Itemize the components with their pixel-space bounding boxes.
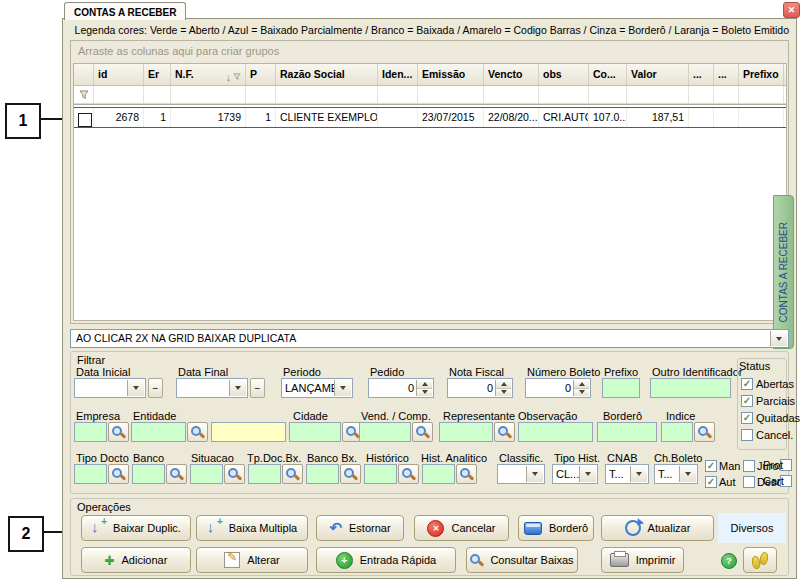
banco-search-button[interactable] xyxy=(166,464,187,484)
data-inicial-clear-button[interactable]: − xyxy=(148,378,163,398)
flag-man-checkbox[interactable] xyxy=(705,460,717,472)
filter-cell-obs[interactable] xyxy=(539,86,589,103)
group-by-hint[interactable]: Arraste as colunas aqui para criar grupo… xyxy=(78,45,279,57)
outro-identificador-input[interactable] xyxy=(650,378,731,398)
observacao-input[interactable] xyxy=(518,422,593,442)
hist-analitico-input[interactable] xyxy=(422,464,455,484)
bordero-button[interactable]: Borderô xyxy=(518,515,594,541)
data-final-dropdown-icon[interactable] xyxy=(229,380,246,396)
filter-cell-p[interactable] xyxy=(246,86,276,103)
filter-cell-valor[interactable] xyxy=(627,86,689,103)
column-header-prefixo[interactable]: Prefixo xyxy=(739,64,784,85)
cancelar-button[interactable]: ✕ Cancelar xyxy=(414,515,509,541)
atualizar-button[interactable]: Atualizar xyxy=(601,515,714,541)
historico-search-button[interactable] xyxy=(398,464,419,484)
banco-bx-input[interactable] xyxy=(306,464,339,484)
spin-down-icon[interactable] xyxy=(417,389,432,397)
empresa-search-button[interactable] xyxy=(108,422,129,442)
classific-select[interactable] xyxy=(497,464,545,484)
entidade-search-button[interactable] xyxy=(187,422,208,442)
adicionar-button[interactable]: + Adicionar xyxy=(81,547,191,573)
spin-up-icon[interactable] xyxy=(574,380,589,389)
filter-cell-vencto[interactable] xyxy=(484,86,539,103)
flag-aut-checkbox[interactable] xyxy=(705,476,717,488)
periodo-dropdown-icon[interactable] xyxy=(334,380,351,396)
tipo-docto-search-button[interactable] xyxy=(108,464,129,484)
tipo-hist-select[interactable]: CL... xyxy=(552,464,598,484)
chevron-down-icon[interactable] xyxy=(770,331,787,346)
data-final-clear-button[interactable]: − xyxy=(250,378,265,398)
data-inicial-dropdown-icon[interactable] xyxy=(127,380,144,396)
nota-fiscal-spinner[interactable]: 0 xyxy=(447,378,513,398)
vend-comp-search-button[interactable] xyxy=(412,422,433,442)
spin-up-icon[interactable] xyxy=(417,380,432,389)
column-header-p[interactable]: P xyxy=(246,64,276,85)
filter-cell-co[interactable] xyxy=(589,86,627,103)
column-header-dots1[interactable]: ... xyxy=(689,64,714,85)
bordero-input[interactable] xyxy=(597,422,657,442)
periodo-select[interactable]: LANÇAME... xyxy=(281,378,353,398)
close-button[interactable]: ✕ xyxy=(783,2,800,18)
help-button[interactable]: ? xyxy=(721,553,737,569)
column-header-valor[interactable]: Valor xyxy=(627,64,689,85)
column-header-er[interactable]: Er xyxy=(144,64,171,85)
imprimir-button[interactable]: Imprimir xyxy=(601,547,684,573)
consultar-baixas-button[interactable]: Consultar Baixas xyxy=(466,547,578,573)
estornar-button[interactable]: ↶ Estornar xyxy=(316,515,404,541)
spin-down-icon[interactable] xyxy=(574,389,589,397)
baixar-duplic-button[interactable]: ↓+ Baixar Duplic. xyxy=(81,515,191,541)
status-cancel-checkbox[interactable] xyxy=(741,429,753,441)
tab-contas-a-receber[interactable]: CONTAS A RECEBER xyxy=(64,2,186,20)
row-checkbox[interactable] xyxy=(78,113,92,127)
filter-cell-prefixo[interactable] xyxy=(739,86,784,103)
situacao-search-button[interactable] xyxy=(224,464,245,484)
column-header-obs[interactable]: obs xyxy=(539,64,589,85)
grid-action-select[interactable]: AO CLICAR 2X NA GRID BAIXAR DUPLICATA xyxy=(70,329,789,348)
status-quitadas-checkbox[interactable] xyxy=(741,412,753,424)
prefixo-input[interactable] xyxy=(602,378,640,398)
baixa-multipla-button[interactable]: ↓+ Baixa Multipla xyxy=(196,515,308,541)
filter-cell-razao-social[interactable] xyxy=(276,86,378,103)
pedido-spinner[interactable]: 0 xyxy=(368,378,434,398)
ch-boleto-select[interactable]: T... xyxy=(654,464,698,484)
entrada-rapida-button[interactable]: + Entrada Rápida xyxy=(316,547,456,573)
cidade-input[interactable] xyxy=(289,422,341,442)
numero-boleto-spinner[interactable]: 0 xyxy=(525,378,591,398)
column-header-nf[interactable]: N.F. ↓ xyxy=(171,64,246,85)
cnab-select[interactable]: T... xyxy=(605,464,649,484)
data-inicial-input[interactable] xyxy=(74,378,146,398)
spin-down-icon[interactable] xyxy=(496,389,511,397)
historico-input[interactable] xyxy=(364,464,397,484)
column-header-dots2[interactable]: ... xyxy=(714,64,739,85)
filter-cell-id[interactable] xyxy=(94,86,144,103)
column-header-id[interactable]: id xyxy=(94,64,144,85)
tipo-hist-dropdown-icon[interactable] xyxy=(579,466,596,482)
filter-funnel-icon[interactable] xyxy=(233,73,241,81)
filter-cell-nf[interactable] xyxy=(171,86,246,103)
filter-cell-er[interactable] xyxy=(144,86,171,103)
column-header-vencto[interactable]: Vencto xyxy=(484,64,539,85)
ch-boleto-dropdown-icon[interactable] xyxy=(679,466,696,482)
column-header-razao-social[interactable]: Razão Social xyxy=(276,64,378,85)
flag-juros-checkbox[interactable] xyxy=(743,460,755,472)
spin-up-icon[interactable] xyxy=(496,380,511,389)
empresa-input[interactable] xyxy=(74,422,107,442)
entidade-nome-input[interactable] xyxy=(211,422,286,442)
diversos-button[interactable]: Diversos xyxy=(718,513,786,543)
situacao-input[interactable] xyxy=(190,464,223,484)
column-header-selector[interactable] xyxy=(74,64,94,85)
indice-input[interactable] xyxy=(661,422,693,442)
footprints-button[interactable] xyxy=(743,547,777,573)
flag-desc-checkbox[interactable] xyxy=(743,476,755,488)
sort-descending-icon[interactable]: ↓ xyxy=(226,71,231,83)
filter-row-funnel-icon[interactable] xyxy=(74,86,94,103)
column-header-emissao[interactable]: Emissão xyxy=(418,64,484,85)
banco-input[interactable] xyxy=(132,464,165,484)
tipo-docto-input[interactable] xyxy=(74,464,107,484)
cnab-dropdown-icon[interactable] xyxy=(630,466,647,482)
column-header-iden[interactable]: Iden... xyxy=(378,64,418,85)
tp-doc-bx-input[interactable] xyxy=(248,464,281,484)
filter-cell-dots2[interactable] xyxy=(714,86,739,103)
filter-cell-iden[interactable] xyxy=(378,86,418,103)
filter-cell-dots1[interactable] xyxy=(689,86,714,103)
